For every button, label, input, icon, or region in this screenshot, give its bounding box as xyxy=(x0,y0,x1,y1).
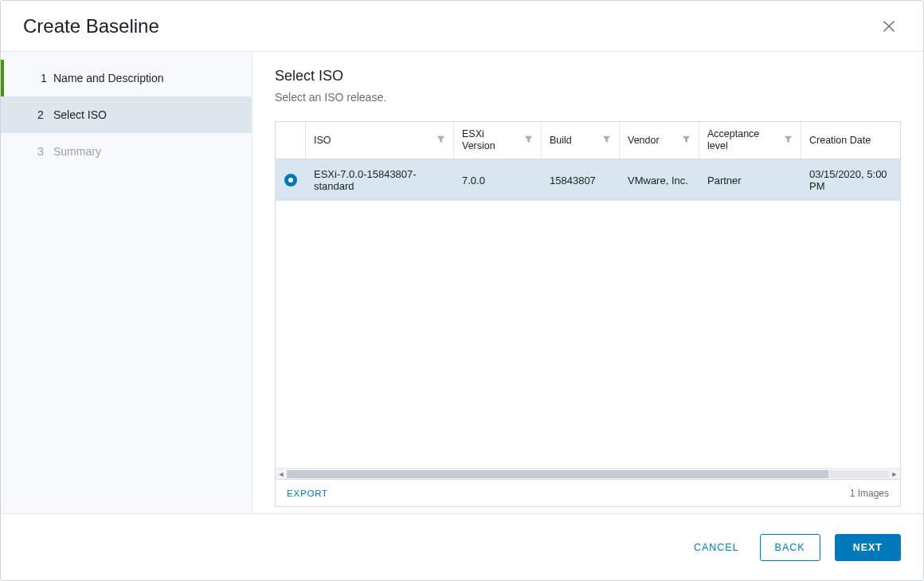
cell-iso: ESXi-7.0.0-15843807-standard xyxy=(306,159,454,201)
cancel-button[interactable]: CANCEL xyxy=(687,534,746,561)
page-title: Select ISO xyxy=(275,68,901,84)
close-icon xyxy=(882,19,896,33)
iso-table: ISO ESXi Version Build xyxy=(275,121,901,507)
column-creation-date[interactable]: Creation Date xyxy=(801,122,900,159)
cell-vendor: VMware, Inc. xyxy=(620,159,699,201)
column-radio xyxy=(276,122,306,159)
export-link[interactable]: EXPORT xyxy=(287,489,328,498)
scroll-right-icon[interactable]: ► xyxy=(889,469,900,480)
row-count: 1 Images xyxy=(850,488,889,499)
modal-footer: CANCEL BACK NEXT xyxy=(1,513,923,580)
column-label: Build xyxy=(550,135,572,147)
step-select-iso[interactable]: 2 Select ISO xyxy=(1,96,252,133)
table-body: ESXi-7.0.0-15843807-standard 7.0.0 15843… xyxy=(276,159,900,468)
step-name-and-description[interactable]: 1 Name and Description xyxy=(1,60,252,96)
next-button[interactable]: NEXT xyxy=(835,534,901,561)
column-vendor[interactable]: Vendor xyxy=(620,122,699,159)
cell-version: 7.0.0 xyxy=(454,159,542,201)
cell-build: 15843807 xyxy=(542,159,620,201)
table-footer: EXPORT 1 Images xyxy=(276,479,900,506)
column-iso[interactable]: ISO xyxy=(306,122,454,159)
step-number: 3 xyxy=(37,145,53,158)
table-h-scrollbar[interactable]: ◄ ► xyxy=(276,468,900,479)
column-esxi-version[interactable]: ESXi Version xyxy=(454,122,542,159)
step-number: 2 xyxy=(37,108,53,121)
scroll-thumb[interactable] xyxy=(287,470,828,478)
page-subtitle: Select an ISO release. xyxy=(275,91,901,104)
cell-acceptance: Partner xyxy=(699,159,801,201)
wizard-main: Select ISO Select an ISO release. ISO ES… xyxy=(253,52,923,513)
filter-icon[interactable] xyxy=(784,135,793,146)
table-header: ISO ESXi Version Build xyxy=(276,122,900,159)
close-button[interactable] xyxy=(877,14,901,38)
filter-icon[interactable] xyxy=(437,135,445,146)
column-label: Vendor xyxy=(628,135,660,147)
filter-icon[interactable] xyxy=(524,135,533,146)
scroll-track[interactable] xyxy=(287,470,889,478)
row-select-cell[interactable] xyxy=(276,159,306,201)
filter-icon[interactable] xyxy=(602,135,611,146)
table-row[interactable]: ESXi-7.0.0-15843807-standard 7.0.0 15843… xyxy=(276,159,900,201)
column-label: ISO xyxy=(314,135,331,147)
column-label: Acceptance level xyxy=(707,128,779,152)
column-label: Creation Date xyxy=(809,135,871,147)
modal-body: 1 Name and Description 2 Select ISO 3 Su… xyxy=(1,52,923,513)
modal-title: Create Baseline xyxy=(23,15,159,37)
create-baseline-modal: Create Baseline 1 Name and Description 2… xyxy=(0,0,924,581)
step-number: 1 xyxy=(41,72,57,84)
step-summary[interactable]: 3 Summary xyxy=(1,133,252,170)
radio-selected-icon[interactable] xyxy=(284,174,297,186)
cell-date: 03/15/2020, 5:00 PM xyxy=(801,159,900,201)
column-label: ESXi Version xyxy=(462,128,519,152)
column-build[interactable]: Build xyxy=(542,122,620,159)
scroll-left-icon[interactable]: ◄ xyxy=(276,469,287,480)
column-acceptance-level[interactable]: Acceptance level xyxy=(699,122,801,159)
modal-header: Create Baseline xyxy=(1,1,923,52)
back-button[interactable]: BACK xyxy=(760,534,820,561)
wizard-sidebar: 1 Name and Description 2 Select ISO 3 Su… xyxy=(1,52,253,513)
filter-icon[interactable] xyxy=(682,135,691,146)
